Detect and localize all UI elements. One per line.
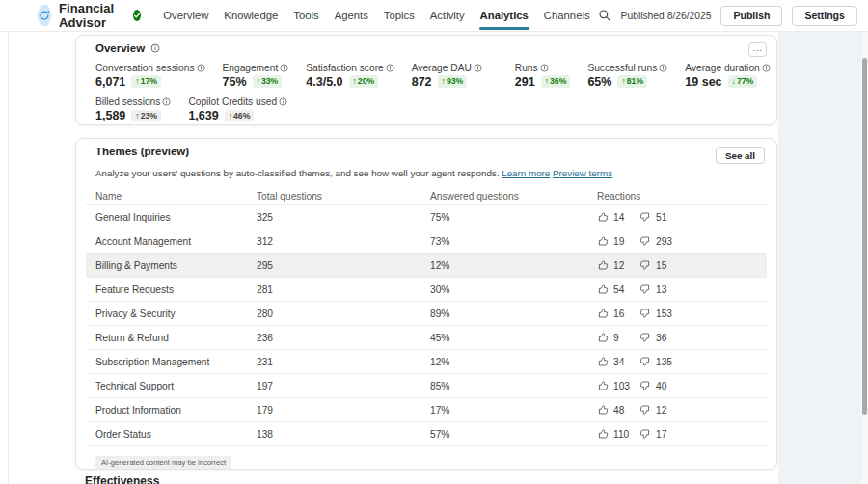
table-row[interactable]: Order Status 138 57% 110 17 <box>86 422 767 446</box>
info-icon[interactable] <box>762 64 771 72</box>
publish-button[interactable]: Publish <box>720 6 782 26</box>
search-icon[interactable] <box>598 9 611 22</box>
metric-value: 19 sec <box>685 75 721 89</box>
tab-label: Analytics <box>480 10 529 21</box>
metric-delta-badge: ↑ 81% <box>617 75 647 88</box>
info-icon[interactable] <box>279 97 287 106</box>
table-row[interactable]: Technical Support 197 85% 103 40 <box>86 374 767 398</box>
thumbs-up-icon[interactable] <box>597 283 609 295</box>
trend-arrow-icon: ↑ <box>229 111 232 121</box>
reactions-cell: 9 36 <box>587 332 767 343</box>
settings-button[interactable]: Settings <box>792 6 856 26</box>
thumbs-up-icon[interactable] <box>597 308 609 319</box>
thumbs-down-icon[interactable] <box>639 283 651 295</box>
table-row[interactable]: Feature Requests 281 30% 54 13 <box>86 278 767 302</box>
tab-label: Activity <box>430 10 465 21</box>
thumbs-up-count: 12 <box>613 260 635 271</box>
metric-delta-badge: ↑ 93% <box>438 75 468 88</box>
info-icon[interactable] <box>474 64 482 72</box>
overview-metrics-row-1: Conversation sessions 6,071 ↑ 17% Engage… <box>76 61 776 90</box>
thumbs-down-icon[interactable] <box>639 235 651 247</box>
trend-arrow-icon: ↑ <box>545 76 549 86</box>
thumbs-up-count: 103 <box>613 381 635 391</box>
agent-brand: Financial Advisor <box>37 1 141 30</box>
thumbs-down-icon[interactable] <box>639 308 651 319</box>
info-icon[interactable] <box>386 64 394 72</box>
tab-overview[interactable]: Overview <box>155 0 216 32</box>
tab-activity[interactable]: Activity <box>422 0 473 32</box>
table-row[interactable]: Billing & Payments 295 12% 12 15 <box>86 254 767 278</box>
thumbs-up-icon[interactable] <box>597 404 609 416</box>
thumbs-down-icon[interactable] <box>639 380 651 391</box>
thumbs-up-icon[interactable] <box>597 235 609 247</box>
thumbs-up-icon[interactable] <box>597 211 609 223</box>
preview-terms-link[interactable]: Preview terms <box>553 168 612 178</box>
tab-knowledge[interactable]: Knowledge <box>216 0 285 32</box>
learn-more-link[interactable]: Learn more <box>502 168 550 178</box>
tab-topics[interactable]: Topics <box>376 0 422 32</box>
reactions-cell: 48 12 <box>587 404 767 416</box>
table-row[interactable]: General Inquiries 325 75% 14 51 <box>86 205 767 229</box>
answered-questions-cell: 57% <box>420 429 587 440</box>
table-row[interactable]: Subscription Management 231 12% 34 135 <box>86 350 767 374</box>
overview-more-icon[interactable]: ··· <box>748 42 767 57</box>
table-body: General Inquiries 325 75% 14 51 Account … <box>76 205 776 446</box>
metric-block: Engagement 75% ↑ 33% <box>223 63 289 89</box>
info-icon[interactable] <box>659 64 667 72</box>
total-questions-cell: 280 <box>247 309 420 319</box>
tab-analytics[interactable]: Analytics <box>473 0 536 32</box>
thumbs-down-icon[interactable] <box>639 332 651 343</box>
thumbs-down-icon[interactable] <box>639 404 651 416</box>
thumbs-up-icon[interactable] <box>597 380 609 391</box>
thumbs-down-icon[interactable] <box>639 428 651 440</box>
thumbs-up-icon[interactable] <box>597 428 609 440</box>
info-icon[interactable] <box>280 64 288 72</box>
verified-badge-icon <box>133 10 141 21</box>
next-section-title: Effectiveness <box>85 474 159 484</box>
published-status: Published 8/26/2025 <box>621 11 712 21</box>
thumbs-down-icon[interactable] <box>639 259 651 271</box>
themes-title: Themes (preview) <box>95 146 189 157</box>
scrollbar-thumb[interactable] <box>862 58 867 415</box>
reactions-cell: 103 40 <box>587 380 767 391</box>
total-questions-cell: 236 <box>247 333 420 343</box>
trend-arrow-icon: ↑ <box>442 76 446 86</box>
theme-name-cell: Feature Requests <box>86 284 247 295</box>
thumbs-down-icon[interactable] <box>639 211 651 223</box>
table-row[interactable]: Product Information 179 17% 48 12 <box>86 398 767 422</box>
tab-agents[interactable]: Agents <box>327 0 376 32</box>
thumbs-down-icon[interactable] <box>639 356 651 367</box>
answered-questions-cell: 12% <box>420 260 587 271</box>
total-questions-cell: 325 <box>247 212 420 223</box>
overview-title: Overview <box>95 42 160 54</box>
metric-block: Billed sessions 1,589 ↑ 23% <box>95 96 171 122</box>
answered-questions-cell: 30% <box>420 284 587 295</box>
thumbs-down-count: 40 <box>656 381 677 391</box>
tab-channels[interactable]: Channels <box>536 0 598 32</box>
thumbs-up-icon[interactable] <box>597 259 609 271</box>
metric-label: Runs <box>515 63 538 73</box>
metric-value: 65% <box>587 75 611 89</box>
metric-block: Average duration 19 sec ↓ 77% <box>685 63 770 89</box>
table-row[interactable]: Account Management 312 73% 19 293 <box>86 229 767 254</box>
agent-avatar-icon <box>37 5 52 27</box>
trend-arrow-icon: ↑ <box>135 76 139 86</box>
page-scrollbar[interactable] <box>861 32 868 484</box>
info-icon[interactable] <box>540 64 549 72</box>
metric-delta: 36% <box>550 76 566 86</box>
total-questions-cell: 295 <box>247 260 420 271</box>
info-icon[interactable] <box>162 97 171 106</box>
table-row[interactable]: Return & Refund 236 45% 9 36 <box>86 326 767 350</box>
thumbs-up-icon[interactable] <box>597 356 609 367</box>
info-icon[interactable] <box>197 64 205 72</box>
thumbs-up-icon[interactable] <box>597 332 609 343</box>
metric-value: 75% <box>223 75 247 89</box>
thumbs-up-count: 48 <box>613 405 635 416</box>
reactions-cell: 14 51 <box>587 211 767 223</box>
top-app-bar: Financial Advisor OverviewKnowledgeTools… <box>0 0 868 32</box>
info-icon[interactable] <box>150 43 160 53</box>
metric-value: 1,589 <box>95 109 125 122</box>
table-row[interactable]: Privacy & Security 280 89% 16 153 <box>86 302 767 326</box>
see-all-button[interactable]: See all <box>716 147 765 164</box>
tab-tools[interactable]: Tools <box>285 0 326 32</box>
